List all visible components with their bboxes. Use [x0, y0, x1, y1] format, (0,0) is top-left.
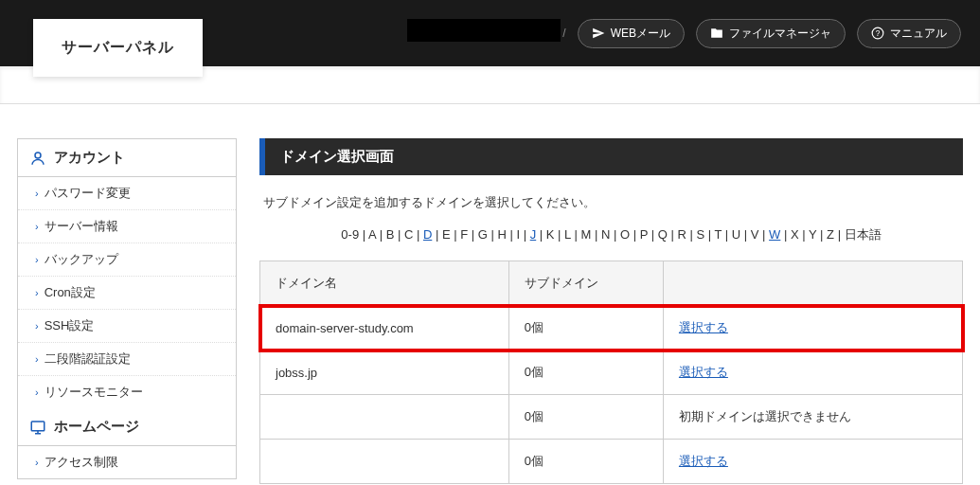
- sidebar-item-label: パスワード変更: [45, 185, 131, 202]
- folder-icon: [710, 27, 723, 40]
- alpha-letter: Y: [809, 227, 816, 242]
- sidebar-item[interactable]: ›サーバー情報: [18, 210, 236, 243]
- table-header: [663, 261, 962, 306]
- sidebar-item-label: SSH設定: [45, 317, 95, 334]
- main-content: ドメイン選択画面 サブドメイン設定を追加するドメインを選択してください。 0-9…: [259, 138, 963, 484]
- subdomain-cell: 0個: [508, 395, 663, 440]
- logo-text: サーバーパネル: [62, 38, 174, 58]
- alpha-link[interactable]: D: [423, 227, 432, 242]
- chevron-right-icon: ›: [35, 254, 39, 265]
- logo-panel: サーバーパネル: [33, 19, 203, 77]
- alpha-letter: V: [751, 227, 759, 242]
- chevron-right-icon: ›: [35, 287, 39, 298]
- sidebar-item[interactable]: ›バックアップ: [18, 243, 236, 277]
- manual-label: マニュアル: [890, 26, 947, 42]
- sidebar-section-title: ホームページ: [54, 418, 139, 436]
- hidden-server-id: [407, 19, 561, 42]
- sidebar-section-header-user: アカウント: [18, 139, 236, 177]
- sidebar-section-title: アカウント: [54, 149, 125, 167]
- manual-button[interactable]: ? マニュアル: [857, 19, 961, 48]
- action-cell: 選択する: [663, 440, 962, 484]
- alpha-letter: I: [516, 227, 520, 242]
- alpha-letter: G: [478, 227, 488, 242]
- select-link[interactable]: 選択する: [679, 454, 728, 468]
- filemanager-button[interactable]: ファイルマネージャ: [696, 19, 846, 48]
- chevron-right-icon: ›: [35, 386, 39, 398]
- user-icon: [29, 150, 46, 167]
- webmail-label: WEBメール: [611, 26, 670, 42]
- alpha-letter: U: [732, 227, 740, 242]
- domain-cell: [260, 395, 509, 440]
- alpha-letter: Q: [658, 227, 668, 242]
- chevron-right-icon: ›: [35, 320, 39, 332]
- alpha-letter: S: [696, 227, 704, 242]
- sidebar-item[interactable]: ›リソースモニター: [18, 376, 236, 408]
- page-description: サブドメイン設定を追加するドメインを選択してください。: [259, 175, 963, 226]
- chevron-right-icon: ›: [35, 188, 39, 199]
- alpha-letter: X: [791, 227, 799, 242]
- select-link[interactable]: 選択する: [679, 365, 728, 379]
- domain-cell: jobss.jp: [260, 350, 509, 395]
- subdomain-cell: 0個: [508, 350, 663, 395]
- select-link[interactable]: 選択する: [679, 320, 728, 334]
- alpha-letter: M: [580, 227, 591, 242]
- filemanager-label: ファイルマネージャ: [729, 26, 831, 42]
- header-separator: /: [562, 27, 565, 40]
- alpha-letter: E: [442, 227, 451, 242]
- table-header: ドメイン名: [260, 261, 509, 306]
- svg-text:?: ?: [876, 29, 881, 38]
- sidebar-item-label: 二段階認証設定: [45, 350, 131, 368]
- alpha-letter: 日本語: [845, 227, 882, 242]
- alpha-letter: Z: [827, 227, 834, 242]
- action-cell: 初期ドメインは選択できません: [663, 395, 962, 440]
- sidebar-item[interactable]: ›二段階認証設定: [18, 343, 236, 376]
- action-cell: 選択する: [663, 350, 962, 395]
- alpha-letter: B: [386, 227, 395, 242]
- alpha-letter: A: [368, 227, 376, 242]
- alpha-letter: N: [601, 227, 610, 242]
- alpha-letter: 0-9: [341, 227, 359, 242]
- alpha-letter: T: [714, 227, 722, 242]
- alpha-letter: K: [546, 227, 555, 242]
- chevron-right-icon: ›: [35, 457, 39, 468]
- table-row: jobss.jp0個選択する: [260, 350, 963, 395]
- alpha-letter: F: [460, 227, 468, 242]
- action-cell: 選択する: [663, 306, 962, 350]
- question-icon: ?: [871, 27, 884, 40]
- table-row: 0個選択する: [260, 440, 963, 484]
- table-row: domain-server-study.com0個選択する: [260, 306, 963, 350]
- subdomain-cell: 0個: [508, 440, 663, 484]
- sidebar-item-label: サーバー情報: [45, 218, 118, 235]
- sidebar-item-label: リソースモニター: [45, 384, 143, 401]
- sidebar-section-header-monitor: ホームページ: [18, 408, 236, 446]
- domain-table: ドメイン名サブドメインdomain-server-study.com0個選択する…: [259, 260, 963, 484]
- table-row: 0個初期ドメインは選択できません: [260, 395, 963, 440]
- table-header: サブドメイン: [508, 261, 663, 306]
- sidebar-item[interactable]: ›SSH設定: [18, 310, 236, 343]
- alpha-link[interactable]: J: [530, 227, 537, 242]
- svg-point-2: [35, 153, 41, 158]
- sidebar-item-label: アクセス制限: [45, 454, 118, 471]
- sidebar-item-label: Cron設定: [45, 284, 96, 301]
- domain-cell: domain-server-study.com: [260, 306, 509, 350]
- svg-rect-3: [31, 422, 45, 431]
- page-title: ドメイン選択画面: [259, 138, 963, 175]
- domain-cell: [260, 440, 509, 484]
- sidebar-item[interactable]: ›Cron設定: [18, 277, 236, 310]
- alpha-index: 0-9 | A | B | C | D | E | F | G | H | I …: [259, 226, 963, 260]
- paper-plane-icon: [592, 27, 605, 40]
- subdomain-cell: 0個: [508, 306, 663, 350]
- alpha-letter: H: [497, 227, 506, 242]
- chevron-right-icon: ›: [35, 221, 39, 232]
- sidebar-item-label: バックアップ: [45, 251, 118, 268]
- sidebar-item[interactable]: ›パスワード変更: [18, 177, 236, 210]
- alpha-letter: O: [620, 227, 630, 242]
- alpha-letter: L: [564, 227, 571, 242]
- alpha-letter: P: [640, 227, 648, 242]
- sidebar: アカウント›パスワード変更›サーバー情報›バックアップ›Cron設定›SSH設定…: [17, 138, 237, 479]
- monitor-icon: [29, 419, 46, 436]
- alpha-link[interactable]: W: [769, 227, 780, 242]
- alpha-letter: R: [677, 227, 686, 242]
- webmail-button[interactable]: WEBメール: [578, 19, 685, 48]
- sidebar-item[interactable]: ›アクセス制限: [18, 446, 236, 478]
